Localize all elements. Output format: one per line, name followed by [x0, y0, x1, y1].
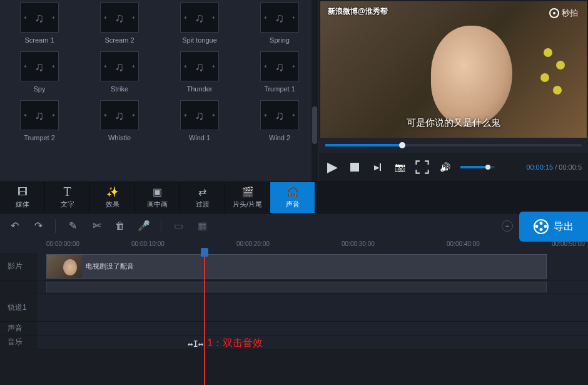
watermark-left: 新浪微博@淮秀帮: [328, 6, 388, 17]
preview-video[interactable]: 新浪微博@淮秀帮 秒拍 可是你说的又是什么鬼: [320, 1, 587, 138]
scrub-bar[interactable]: [319, 138, 588, 153]
scrub-handle[interactable]: [399, 142, 405, 148]
zoom-out-button[interactable]: −: [502, 220, 513, 232]
media-item[interactable]: ♫Strike: [89, 51, 150, 93]
preview-panel: 新浪微博@淮秀帮 秒拍 可是你说的又是什么鬼 ▶ 00:00:15 / 00:0…: [319, 0, 588, 182]
timeline-ruler[interactable]: 00:00:00:00 00:00:10:00 00:00:20:00 00:0…: [0, 238, 588, 253]
tab-titles[interactable]: 🎬片头/片尾: [225, 182, 270, 213]
media-item[interactable]: ♫Thunder: [169, 51, 230, 93]
volume-slider[interactable]: [460, 166, 495, 168]
music-note-icon: ♫: [275, 59, 285, 74]
music-note-icon: ♫: [35, 59, 44, 74]
media-item[interactable]: ♫Trumpet 2: [9, 100, 70, 141]
music-note-icon: ♫: [35, 11, 44, 25]
voiceover-button[interactable]: 🎤: [137, 219, 151, 233]
media-scrollbar[interactable]: [312, 0, 318, 182]
redo-button[interactable]: ↷: [31, 219, 45, 233]
music-note-icon: ♫: [195, 59, 205, 74]
edit-clip-button[interactable]: ✎: [66, 219, 79, 233]
video-clip[interactable]: 电视剧没了配音: [46, 254, 547, 279]
fullscreen-button[interactable]: [415, 160, 429, 174]
mosaic-button[interactable]: ▦: [195, 219, 209, 233]
media-item[interactable]: ♫Spit tongue: [169, 3, 230, 44]
time-display: 00:00:15 / 00:00:5: [526, 163, 582, 171]
annotation-label: ↔I↔ 1：双击音效: [188, 337, 263, 350]
music-note-icon: ♫: [195, 11, 205, 25]
music-note-icon: ♫: [195, 108, 205, 123]
reel-icon: [534, 219, 549, 234]
delete-button[interactable]: 🗑: [113, 219, 127, 233]
playhead[interactable]: [204, 249, 205, 385]
pip-icon: ▣: [153, 187, 162, 198]
play-button[interactable]: ▶: [325, 160, 339, 174]
track-video[interactable]: 影片 电视剧没了配音: [0, 253, 588, 280]
headphones-icon: 🎧: [286, 187, 299, 198]
media-item[interactable]: ♫Trumpet 1: [249, 51, 310, 93]
clapper-icon: 🎬: [241, 187, 254, 198]
music-note-icon: ♫: [275, 108, 285, 123]
track-video-strip[interactable]: [0, 280, 588, 294]
cut-button[interactable]: ✄: [89, 219, 103, 233]
track-music[interactable]: 音乐: [0, 336, 588, 349]
watermark-right: 秒拍: [549, 8, 578, 19]
tab-transition[interactable]: ⇄过渡: [180, 182, 225, 213]
clip-thumbnail: [47, 255, 82, 278]
volume-button[interactable]: [438, 160, 452, 174]
stop-button[interactable]: [348, 160, 362, 174]
export-button[interactable]: 导出: [519, 212, 588, 242]
timeline: 00:00:00:00 00:00:10:00 00:00:20:00 00:0…: [0, 238, 588, 349]
insert-cursor-icon: ↔I↔: [188, 339, 203, 349]
crop-button[interactable]: ▭: [171, 219, 185, 233]
music-note-icon: ♫: [35, 108, 44, 123]
tab-media[interactable]: 🎞媒体: [0, 182, 45, 213]
tab-pip[interactable]: ▣画中画: [135, 182, 180, 213]
music-note-icon: ♫: [115, 59, 124, 74]
text-icon: T: [63, 187, 71, 198]
media-library-panel: ♫Scream 1 ♫Scream 2 ♫Spit tongue ♫Spring…: [0, 0, 319, 182]
film-icon: 🎞: [18, 187, 28, 198]
media-item[interactable]: ♫Spy: [9, 51, 70, 93]
tab-text[interactable]: T文字: [45, 182, 90, 213]
tab-sound[interactable]: 🎧声音: [270, 182, 315, 213]
snapshot-button[interactable]: [393, 160, 407, 174]
undo-button[interactable]: ↶: [8, 219, 21, 233]
track-1[interactable]: 轨道1: [0, 294, 588, 322]
step-forward-button[interactable]: [370, 160, 384, 174]
playback-controls: ▶ 00:00:15 / 00:00:5: [319, 153, 588, 182]
music-note-icon: ♫: [275, 11, 285, 25]
music-note-icon: ♫: [115, 11, 124, 25]
wand-icon: ✨: [106, 187, 119, 198]
video-subtitle: 可是你说的又是什么鬼: [407, 117, 500, 129]
transition-icon: ⇄: [198, 187, 206, 198]
tab-effects[interactable]: ✨效果: [90, 182, 135, 213]
media-item[interactable]: ♫Scream 2: [89, 3, 150, 44]
music-note-icon: ♫: [115, 108, 124, 123]
media-item[interactable]: ♫Wind 1: [169, 100, 230, 141]
media-item[interactable]: ♫Wind 2: [249, 100, 310, 141]
toolbar-tabs: 🎞媒体 T文字 ✨效果 ▣画中画 ⇄过渡 🎬片头/片尾 🎧声音: [0, 182, 588, 213]
media-item[interactable]: ♫Whistle: [89, 100, 150, 141]
target-icon: [549, 8, 559, 18]
track-sound[interactable]: 声音: [0, 322, 588, 336]
edit-toolbar: ↶ ↷ ✎ ✄ 🗑 🎤 ▭ ▦ − +: [0, 213, 588, 238]
media-item[interactable]: ♫Spring: [249, 3, 310, 44]
media-item[interactable]: ♫Scream 1: [9, 3, 70, 44]
